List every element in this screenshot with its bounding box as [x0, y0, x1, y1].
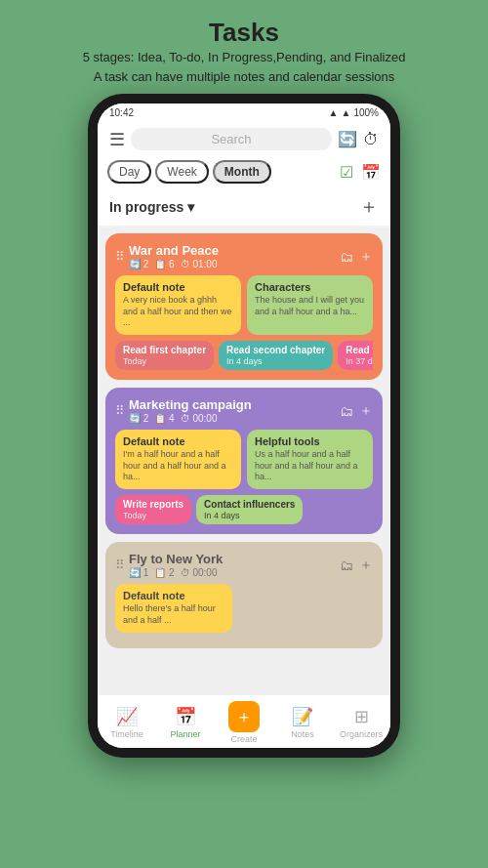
note-title-default-3: Default note — [123, 590, 224, 601]
task-card-war-and-peace: ⠿ War and Peace 🔄 2 📋 6 ⏱ 01:00 🗂 — [105, 233, 383, 380]
tab-month[interactable]: Month — [213, 160, 271, 184]
nav-label-planner: Planner — [170, 729, 200, 739]
task-actions-1: 🗂 ＋ — [340, 248, 373, 266]
note-body-characters-1: The house and I will get you and a half … — [255, 295, 365, 317]
task-add-icon-3[interactable]: ＋ — [359, 557, 373, 574]
organizers-icon: ⊞ — [354, 706, 369, 727]
task-add-icon-1[interactable]: ＋ — [359, 248, 373, 266]
nav-item-create[interactable]: ＋ Create — [215, 701, 273, 744]
create-icon: ＋ — [235, 705, 253, 728]
chip-read-third[interactable]: Read th... In 37 da... — [338, 341, 373, 370]
note-tile-default-1[interactable]: Default note A very nice book a ghhh and… — [115, 275, 241, 335]
note-tiles-2: Default note I'm a half hour and a half … — [115, 430, 373, 489]
note-title-default-1: Default note — [123, 281, 233, 293]
tab-day[interactable]: Day — [107, 160, 151, 184]
task-actions-3: 🗂 ＋ — [340, 557, 373, 574]
task-archive-icon-3[interactable]: 🗂 — [340, 558, 353, 573]
task-header-3: ⠿ Fly to New York 🔄 1 📋 2 ⏱ 00:00 🗂 — [115, 552, 373, 578]
timeline-icon: 📈 — [116, 706, 138, 727]
bottom-nav: 📈 Timeline 📅 Planner ＋ Create 📝 Notes ⊞ … — [98, 694, 390, 748]
task-meta-time-2: ⏱ 00:00 — [181, 413, 218, 424]
timer-icon[interactable]: ⏱ — [363, 131, 379, 148]
chip-read-first[interactable]: Read first chapter Today — [115, 341, 214, 370]
note-tile-default-3[interactable]: Default note Hello there's a half hour a… — [115, 584, 232, 632]
drag-icon-1: ⠿ — [115, 249, 125, 264]
top-bar: ☰ Search 🔄 ⏱ — [98, 122, 390, 156]
chip-sub-read-second: In 4 days — [226, 356, 325, 366]
task-archive-icon-1[interactable]: 🗂 — [340, 249, 353, 265]
refresh-icon[interactable]: 🔄 — [338, 130, 357, 148]
note-tile-characters-1[interactable]: Characters The house and I will get you … — [247, 275, 373, 335]
date-tabs: Day Week Month ☑ 📅 — [98, 156, 390, 187]
task-add-icon-2[interactable]: ＋ — [359, 402, 373, 420]
chip-contact-influencers[interactable]: Contact influencers In 4 days — [196, 495, 303, 524]
nav-item-notes[interactable]: 📝 Notes — [273, 706, 332, 739]
stage-label: In progress ▾ — [109, 199, 194, 215]
chip-label-read-first: Read first chapter — [123, 345, 206, 355]
note-tile-default-2[interactable]: Default note I'm a half hour and a half … — [115, 430, 241, 489]
page-title: Tasks — [83, 18, 406, 48]
stage-bar: In progress ▾ ＋ — [98, 187, 390, 226]
nav-label-notes: Notes — [291, 729, 314, 739]
session-chips-1: Read first chapter Today Read second cha… — [115, 341, 373, 370]
task-meta-sessions-3: 🔄 1 — [129, 567, 148, 578]
nav-label-organizers: Organizers — [340, 729, 383, 739]
task-header-1: ⠿ War and Peace 🔄 2 📋 6 ⏱ 01:00 🗂 — [115, 243, 373, 269]
task-actions-2: 🗂 ＋ — [340, 402, 373, 420]
nav-item-organizers[interactable]: ⊞ Organizers — [332, 706, 390, 739]
chip-sub-contact-influencers: In 4 days — [204, 511, 295, 520]
stage-selector[interactable]: In progress ▾ — [109, 199, 194, 215]
content-scroll: ⠿ War and Peace 🔄 2 📋 6 ⏱ 01:00 🗂 — [98, 227, 390, 694]
task-title-row-1: ⠿ War and Peace 🔄 2 📋 6 ⏱ 01:00 — [115, 243, 219, 269]
drag-icon-2: ⠿ — [115, 403, 125, 418]
note-tile-helpful-2[interactable]: Helpful tools Us a half hour and a half … — [247, 430, 373, 489]
status-signal: ▲ — [329, 107, 339, 118]
nav-label-timeline: Timeline — [110, 729, 143, 739]
nav-item-timeline[interactable]: 📈 Timeline — [98, 706, 156, 739]
status-battery: 100% — [353, 107, 379, 118]
note-body-default-2: I'm a half hour and a half hour and a ha… — [123, 449, 233, 483]
task-meta-notes-1: 📋 6 — [154, 259, 174, 269]
calendar-check-icon[interactable]: ☑ — [340, 163, 353, 182]
task-meta-1: 🔄 2 📋 6 ⏱ 01:00 — [129, 259, 219, 269]
task-meta-2: 🔄 2 📋 4 ⏱ 00:00 — [129, 413, 252, 424]
session-chips-2: Write reports Today Contact influencers … — [115, 495, 373, 524]
note-body-default-1: A very nice book a ghhh and a half hour … — [123, 295, 233, 329]
chip-label-read-third: Read th... — [346, 345, 373, 355]
chip-label-write-reports: Write reports — [123, 499, 183, 510]
note-body-helpful-2: Us a half hour and a half hour and a hal… — [255, 449, 365, 483]
task-header-2: ⠿ Marketing campaign 🔄 2 📋 4 ⏱ 00:00 🗂 — [115, 397, 373, 424]
chip-read-second[interactable]: Read second chapter In 4 days — [219, 341, 333, 370]
search-box[interactable]: Search — [131, 128, 332, 150]
task-meta-3: 🔄 1 📋 2 ⏱ 00:00 — [129, 567, 223, 578]
notes-icon: 📝 — [292, 706, 313, 727]
search-placeholder: Search — [211, 132, 251, 146]
note-title-default-2: Default note — [123, 435, 233, 447]
status-time: 10:42 — [109, 107, 134, 118]
note-tiles-1: Default note A very nice book a ghhh and… — [115, 275, 373, 335]
phone-shell: 10:42 ▲ ▲ 100% ☰ Search 🔄 ⏱ Day Week Mon… — [88, 94, 400, 758]
task-meta-time-3: ⏱ 00:00 — [181, 567, 218, 578]
task-meta-notes-2: 📋 4 — [154, 413, 174, 424]
add-task-btn[interactable]: ＋ — [359, 193, 379, 220]
calendar-view-icon[interactable]: 📅 — [361, 163, 381, 182]
task-title-3: Fly to New York — [129, 552, 223, 566]
task-title-row-2: ⠿ Marketing campaign 🔄 2 📋 4 ⏱ 00:00 — [115, 397, 252, 424]
planner-icon: 📅 — [175, 706, 196, 727]
task-archive-icon-2[interactable]: 🗂 — [340, 403, 353, 419]
chip-write-reports[interactable]: Write reports Today — [115, 495, 191, 524]
status-right: ▲ ▲ 100% — [329, 107, 379, 118]
task-card-marketing: ⠿ Marketing campaign 🔄 2 📋 4 ⏱ 00:00 🗂 — [105, 388, 383, 534]
note-body-default-3: Hello there's a half hour and a half ... — [123, 603, 224, 626]
create-btn[interactable]: ＋ — [228, 701, 260, 732]
task-card-fly-new-york: ⠿ Fly to New York 🔄 1 📋 2 ⏱ 00:00 🗂 — [105, 542, 383, 647]
page-subtitle2: A task can have multiple notes and calen… — [83, 67, 406, 87]
task-title-row-3: ⠿ Fly to New York 🔄 1 📋 2 ⏱ 00:00 — [115, 552, 223, 578]
nav-item-planner[interactable]: 📅 Planner — [156, 706, 215, 739]
menu-icon[interactable]: ☰ — [109, 129, 125, 150]
task-meta-sessions-1: 🔄 2 — [129, 259, 148, 269]
nav-label-create: Create — [230, 734, 257, 744]
tab-week[interactable]: Week — [155, 160, 208, 184]
task-meta-time-1: ⏱ 01:00 — [181, 259, 218, 269]
chip-sub-read-first: Today — [123, 356, 206, 366]
